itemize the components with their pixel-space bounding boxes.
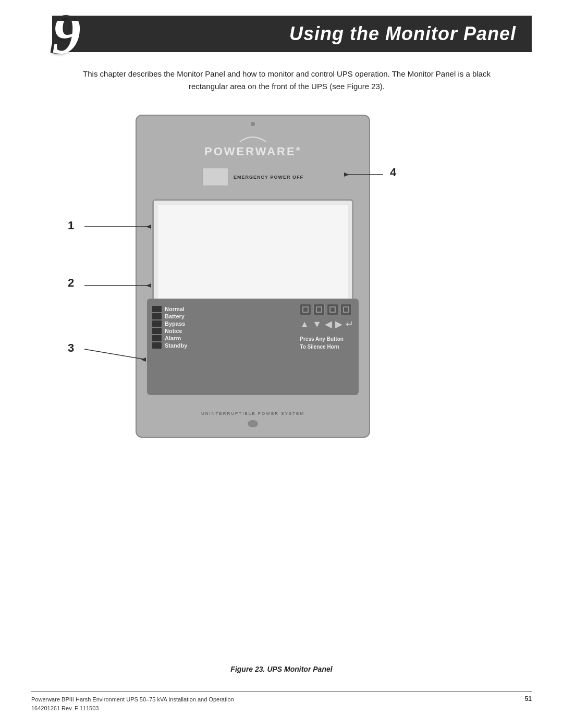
led-battery bbox=[152, 313, 162, 319]
nav-btn-1[interactable] bbox=[300, 304, 311, 315]
callout-3: 3 bbox=[68, 341, 74, 355]
led-notice bbox=[152, 328, 162, 334]
arrow-down-icon[interactable]: ▼ bbox=[312, 319, 322, 330]
chapter-title: Using the Monitor Panel bbox=[289, 23, 516, 45]
led-bypass bbox=[152, 320, 162, 327]
press-any-button-text: Press Any Button To Silence Horn bbox=[300, 335, 353, 351]
indicator-battery: Battery bbox=[152, 313, 187, 319]
header-banner: Using the Monitor Panel bbox=[52, 16, 532, 52]
bottom-label: UNINTERRUPTIBLE POWER SYSTEM bbox=[201, 411, 304, 416]
ups-device-illustration: POWERWARE® EMERGENCY POWER OFF Normal Ba… bbox=[136, 115, 370, 438]
epo-label: EMERGENCY POWER OFF bbox=[234, 175, 303, 180]
epo-area: EMERGENCY POWER OFF bbox=[202, 168, 303, 186]
label-standby: Standby bbox=[165, 342, 187, 349]
label-notice: Notice bbox=[165, 328, 182, 334]
arrow-buttons-row: ▲ ▼ ◀ ▶ ↵ bbox=[300, 318, 353, 330]
control-panel: Normal Battery Bypass Notice Alarm bbox=[147, 299, 359, 395]
footer-line2: 164201261 Rev. F 111503 bbox=[31, 704, 234, 713]
indicator-notice: Notice bbox=[152, 328, 187, 334]
label-alarm: Alarm bbox=[165, 335, 181, 341]
footer: Powerware BPIII Harsh Environment UPS 50… bbox=[31, 692, 532, 712]
label-normal: Normal bbox=[165, 306, 185, 312]
svg-rect-3 bbox=[344, 307, 349, 312]
callout-2: 2 bbox=[68, 276, 74, 290]
powerware-logo: POWERWARE® bbox=[204, 145, 301, 158]
logo-area: POWERWARE® bbox=[204, 131, 301, 158]
bottom-oval bbox=[248, 420, 258, 427]
led-alarm bbox=[152, 335, 162, 341]
footer-line1: Powerware BPIII Harsh Environment UPS 50… bbox=[31, 695, 234, 704]
label-battery: Battery bbox=[165, 313, 185, 319]
svg-rect-0 bbox=[303, 307, 308, 312]
nav-buttons-row bbox=[300, 304, 353, 315]
label-bypass: Bypass bbox=[165, 320, 185, 327]
figure-caption: Figure 23. UPS Monitor Panel bbox=[0, 665, 563, 673]
top-dot bbox=[251, 122, 255, 126]
indicator-bypass: Bypass bbox=[152, 320, 187, 327]
nav-btn-2[interactable] bbox=[313, 304, 325, 315]
led-standby bbox=[152, 342, 162, 349]
arrow-left-icon[interactable]: ◀ bbox=[325, 318, 332, 330]
nav-btn-4[interactable] bbox=[340, 304, 352, 315]
intro-text: This chapter describes the Monitor Panel… bbox=[63, 68, 511, 93]
arrow-right-icon[interactable]: ▶ bbox=[335, 318, 342, 330]
footer-page-number: 51 bbox=[525, 695, 532, 702]
indicator-normal: Normal bbox=[152, 306, 187, 312]
indicator-alarm: Alarm bbox=[152, 335, 187, 341]
callout-4: 4 bbox=[390, 166, 396, 179]
svg-rect-1 bbox=[316, 307, 322, 312]
indicators-list: Normal Battery Bypass Notice Alarm bbox=[152, 306, 187, 349]
epo-button[interactable] bbox=[202, 168, 228, 186]
enter-icon[interactable]: ↵ bbox=[346, 318, 353, 330]
indicator-standby: Standby bbox=[152, 342, 187, 349]
callout-1: 1 bbox=[68, 219, 74, 232]
svg-rect-2 bbox=[330, 307, 335, 312]
arrow-up-icon[interactable]: ▲ bbox=[300, 319, 309, 330]
led-normal bbox=[152, 306, 162, 312]
footer-left: Powerware BPIII Harsh Environment UPS 50… bbox=[31, 695, 234, 712]
nav-btn-3[interactable] bbox=[327, 304, 338, 315]
